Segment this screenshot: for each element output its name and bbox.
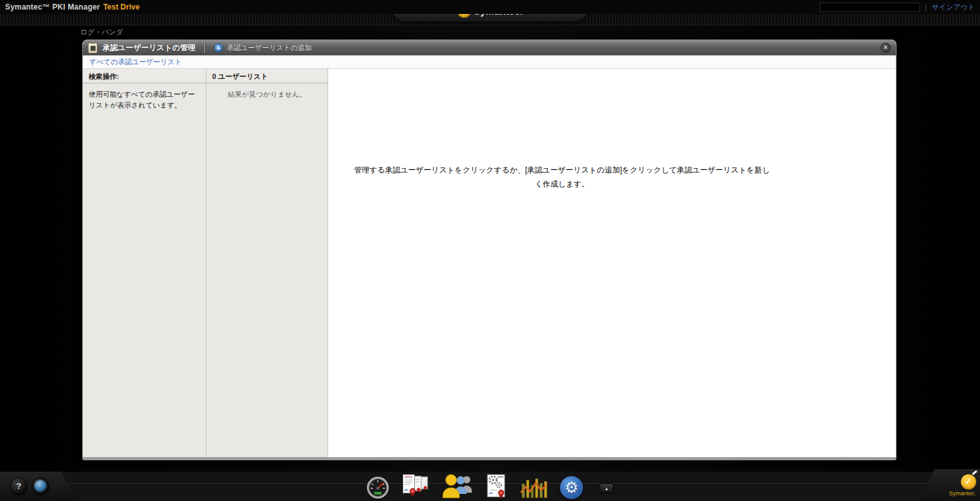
top-bar: Symantec™ PKI Manager Test Drive | サインアウ… [0, 0, 980, 14]
close-icon[interactable]: × [881, 43, 891, 53]
certificate-profiles-icon [485, 474, 508, 499]
detail-panel: 管理する承認ユーザーリストをクリックするか、[承認ユーザーリストの追加]をクリッ… [328, 69, 896, 457]
signout-separator: | [925, 3, 927, 11]
results-panel-header: 0 ユーザーリスト [206, 69, 328, 83]
topbar-right: | サインアウト [819, 3, 975, 12]
add-approved-user-list-button[interactable]: + 承認ユーザーリストの追加 [214, 43, 312, 53]
certificates-icon [402, 474, 429, 499]
help-icon: ? [17, 481, 22, 491]
dock-item-certificate-profiles[interactable] [485, 474, 508, 499]
signout-link[interactable]: サインアウト [932, 3, 975, 12]
add-button-label: 承認ユーザーリストの追加 [227, 43, 312, 53]
dialog-header: 承認ユーザーリストの管理 + 承認ユーザーリストの追加 × [83, 40, 896, 55]
dashboard-gauge-icon [366, 476, 389, 499]
manage-approved-user-lists-dialog: 承認ユーザーリストの管理 + 承認ユーザーリストの追加 × すべての承認ユーザー… [82, 39, 897, 460]
account-label: ログ・バンダ [80, 27, 123, 37]
dock-left-tray: ? [0, 472, 78, 501]
dock-item-certificates[interactable] [402, 474, 429, 499]
expand-arrow-icon: ▲ [605, 486, 609, 491]
dock-icons: ⚙ ▲ [366, 474, 614, 499]
language-button[interactable] [32, 477, 49, 495]
app-title: Symantec™ PKI Manager [5, 3, 100, 11]
reports-chart-icon [521, 476, 547, 499]
search-panel-header: 検索操作: [83, 69, 206, 83]
users-icon [442, 474, 472, 499]
globe-icon [34, 480, 47, 492]
footer-symantec-wordmark: Symantec. [949, 490, 976, 497]
dock-right-tray: ✓ Symantec. [919, 469, 980, 501]
dock-item-dashboard[interactable] [366, 476, 389, 499]
all-approved-user-lists-link[interactable]: すべての承認ユーザーリスト [89, 57, 182, 67]
bottom-dock: ⚙ ▲ ? ✓ Symantec. [0, 472, 980, 501]
dialog-title: 承認ユーザーリストの管理 [103, 43, 196, 53]
search-panel-description: 使用可能なすべての承認ユーザーリストが表示されています。 [83, 83, 206, 116]
header-divider [205, 43, 205, 53]
dock-item-reports[interactable] [521, 476, 547, 499]
results-empty-message: 結果が見つかりません。 [206, 83, 328, 106]
filter-bar: すべての承認ユーザーリスト [83, 55, 896, 69]
help-button[interactable]: ? [10, 477, 27, 495]
dock-item-settings[interactable]: ⚙ [560, 476, 583, 499]
footer-symantec-check-icon: ✓ [961, 474, 976, 490]
search-panel: 検索操作: 使用可能なすべての承認ユーザーリストが表示されています。 [83, 69, 206, 457]
dialog-body: 検索操作: 使用可能なすべての承認ユーザーリストが表示されています。 0 ユーザ… [83, 69, 896, 457]
dock-item-users[interactable] [442, 474, 472, 499]
plus-icon: + [214, 43, 223, 52]
results-panel: 0 ユーザーリスト 結果が見つかりません。 [206, 69, 328, 457]
instruction-message: 管理する承認ユーザーリストをクリックするか、[承認ユーザーリストの追加]をクリッ… [352, 163, 772, 191]
clipboard-icon [88, 43, 97, 53]
app-title-suffix: Test Drive [103, 3, 140, 11]
dock-expand-button[interactable]: ▲ [600, 483, 614, 493]
account-name-redacted [819, 3, 920, 12]
settings-gear-icon: ⚙ [560, 476, 583, 499]
